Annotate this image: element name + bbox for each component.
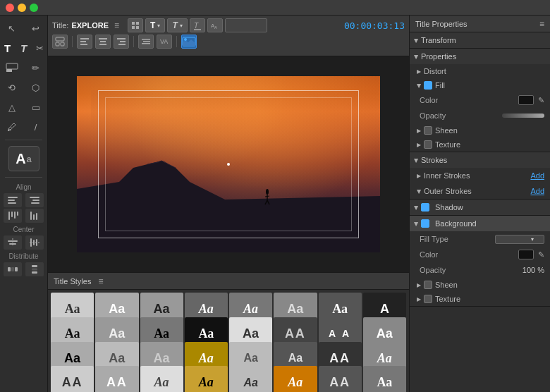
maximize-button[interactable] xyxy=(30,4,38,12)
background-checkbox[interactable] xyxy=(421,219,429,228)
style-thumb-31[interactable]: AA xyxy=(319,366,362,392)
rect-tool[interactable]: ▭ xyxy=(25,99,47,116)
texture-checkbox[interactable] xyxy=(424,140,432,149)
fill-type-row: Fill Type ▾ xyxy=(410,231,550,247)
svg-rect-11 xyxy=(17,212,18,216)
sheen-header[interactable]: ▶ Sheen xyxy=(410,123,550,137)
opacity-bar[interactable] xyxy=(502,114,544,118)
menu-icon[interactable]: ≡ xyxy=(114,20,119,30)
style-thumb-27[interactable]: Aa xyxy=(140,366,183,392)
text-tool-italic[interactable]: T xyxy=(17,39,30,56)
align-top-button[interactable] xyxy=(4,209,22,223)
insert-image-button[interactable] xyxy=(181,35,197,49)
background-header[interactable]: ▶ Background xyxy=(410,216,550,231)
style-thumb-29[interactable]: Aa xyxy=(229,366,272,392)
title-style-button[interactable]: Aa xyxy=(8,146,39,171)
transform-header[interactable]: ▶ Transform xyxy=(410,32,550,48)
properties-header[interactable]: ▶ Properties xyxy=(410,49,550,64)
grid-view-button[interactable] xyxy=(128,18,143,32)
transform-triangle: ▶ xyxy=(413,38,420,42)
font-dropdown[interactable]: T ▾ xyxy=(145,18,165,32)
color-picker-icon[interactable]: ✎ xyxy=(538,96,544,105)
pen-tool[interactable]: ✏ xyxy=(25,59,47,76)
strokes-header[interactable]: ▶ Strokes xyxy=(410,152,550,168)
add-inner-stroke-button[interactable]: Add xyxy=(530,171,544,180)
layout-button[interactable] xyxy=(52,35,68,49)
timecode: 00:00:03:13 xyxy=(344,20,405,31)
polygon-tool[interactable]: ⬡ xyxy=(25,79,47,96)
style-thumb-26[interactable]: AA xyxy=(95,366,138,392)
title-styles-title: Title Styles xyxy=(54,277,91,286)
strokes-section: ▶ Strokes ▶ Inner Strokes Add ▶ Outer St… xyxy=(410,152,550,200)
bg-color-swatch[interactable] xyxy=(518,250,534,259)
align-center-text[interactable] xyxy=(95,35,111,49)
style-dropdown[interactable]: T ▾ xyxy=(167,18,187,32)
align-right-button[interactable] xyxy=(25,193,44,207)
fill-checkbox[interactable] xyxy=(424,81,432,90)
center-vertical-button[interactable] xyxy=(25,235,44,250)
bg-sheen-checkbox[interactable] xyxy=(424,281,432,289)
align-bottom-button[interactable] xyxy=(25,209,44,223)
select-tool[interactable]: ↖ xyxy=(1,20,23,37)
svg-rect-43 xyxy=(100,41,106,42)
bg-color-row: Color ✎ xyxy=(410,247,550,262)
align-left-button[interactable] xyxy=(4,193,22,207)
style-thumb-30[interactable]: Aa xyxy=(274,366,317,392)
distort-header[interactable]: ▶ Distort xyxy=(410,64,550,78)
align-label: Align xyxy=(3,183,44,191)
text-size-button[interactable]: AA xyxy=(207,18,223,32)
center-horizontal-button[interactable] xyxy=(4,235,22,250)
svg-rect-47 xyxy=(118,44,126,45)
svg-rect-48 xyxy=(142,39,150,40)
align-left-text[interactable] xyxy=(77,35,92,49)
svg-rect-25 xyxy=(32,265,37,267)
texture-header[interactable]: ▶ Texture xyxy=(410,137,550,152)
svg-rect-12 xyxy=(30,212,32,220)
size-input[interactable] xyxy=(225,18,267,32)
text-underline-button[interactable]: T xyxy=(190,18,205,32)
svg-rect-28 xyxy=(132,22,135,25)
shadow-label: Shadow xyxy=(435,203,463,212)
fill-header[interactable]: ▶ Fill xyxy=(410,78,550,92)
toolbar-separator2 xyxy=(5,177,43,178)
distribute-h-button[interactable] xyxy=(4,262,22,276)
top-toolbar: Title: EXPLORE ≡ T ▾ T ▾ xyxy=(48,16,409,56)
svg-rect-14 xyxy=(36,213,37,220)
bg-sheen-header[interactable]: ▶ Sheen xyxy=(410,278,550,292)
title-name: EXPLORE xyxy=(71,21,109,30)
text-tool[interactable]: T xyxy=(1,39,14,56)
bg-color-picker-icon[interactable]: ✎ xyxy=(538,250,544,259)
properties-menu-icon[interactable]: ≡ xyxy=(539,19,544,29)
brush-tool[interactable]: 🖊 xyxy=(1,118,23,135)
triangle-tool[interactable]: △ xyxy=(1,99,23,116)
align-right-text[interactable] xyxy=(114,35,129,49)
style-thumb-32[interactable]: Aa xyxy=(363,366,406,392)
minimize-button[interactable] xyxy=(18,4,26,12)
scissors-tool[interactable]: ✂ xyxy=(33,39,47,56)
bg-texture-checkbox[interactable] xyxy=(424,295,432,303)
line-tool[interactable]: / xyxy=(25,118,47,135)
fill-type-dropdown[interactable]: ▾ xyxy=(495,235,544,244)
sheen-checkbox[interactable] xyxy=(424,126,432,135)
lower-third-tool[interactable] xyxy=(1,59,23,76)
undo-tool[interactable]: ↩ xyxy=(25,20,47,37)
add-outer-stroke-button[interactable]: Add xyxy=(530,187,544,195)
close-button[interactable] xyxy=(6,4,14,12)
indent-button[interactable] xyxy=(138,35,154,49)
title-styles-menu-icon[interactable]: ≡ xyxy=(98,276,103,286)
distribute-v-button[interactable] xyxy=(25,262,44,276)
shadow-checkbox[interactable] xyxy=(421,203,429,212)
svg-rect-24 xyxy=(15,267,18,271)
color-swatch[interactable] xyxy=(518,95,534,105)
style-thumb-25[interactable]: AA xyxy=(51,366,94,392)
svg-rect-7 xyxy=(31,202,39,204)
bg-texture-triangle: ▶ xyxy=(417,296,421,302)
style-thumb-28[interactable]: Aa xyxy=(185,366,228,392)
rotate-tool[interactable]: ⟲ xyxy=(1,79,23,96)
inner-strokes-label: Inner Strokes xyxy=(424,171,530,180)
bg-texture-header[interactable]: ▶ Texture xyxy=(410,292,550,306)
outer-strokes-triangle: ▶ xyxy=(416,189,422,193)
text-spacing-button[interactable]: VA xyxy=(157,35,172,49)
svg-rect-41 xyxy=(80,44,87,45)
shadow-header[interactable]: ▶ Shadow xyxy=(410,200,550,215)
